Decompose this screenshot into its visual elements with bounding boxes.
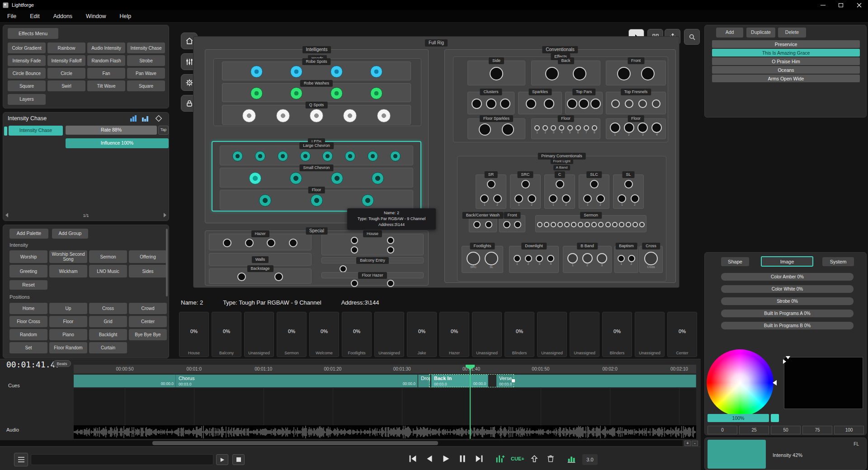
tap-button[interactable]: Tap (158, 126, 169, 135)
fixture[interactable] (370, 66, 382, 78)
slider-strobe-0-[interactable]: Strobe 0% (721, 297, 854, 305)
close-icon[interactable] (856, 2, 862, 8)
slider-built-in-programs-a-0-[interactable]: Built In Programs A 0% (721, 310, 854, 317)
position-cross[interactable]: Cross (89, 303, 127, 314)
effect-audio-intensity[interactable]: Audio Intensity (87, 42, 125, 53)
fixture[interactable] (612, 222, 618, 227)
menu-addons[interactable]: Addons (53, 13, 72, 19)
fixture[interactable] (573, 67, 586, 80)
fixture[interactable] (245, 239, 254, 247)
cue-chorus[interactable]: Chorus 00:03.0 00:00.0 (176, 375, 418, 387)
time-ruler[interactable]: 00:00:5000:01:000:01:1000:01:2000:01:300… (74, 365, 696, 374)
fader-blinders[interactable]: 0%Blinders (505, 312, 534, 357)
fixture[interactable] (638, 99, 647, 108)
tab-shape[interactable]: Shape (721, 257, 749, 266)
position-piano[interactable]: Piano (49, 329, 87, 340)
fixture[interactable] (473, 221, 481, 228)
fixture[interactable] (232, 151, 243, 161)
scale-50[interactable]: 50 (771, 426, 801, 434)
position-floor[interactable]: Floor (49, 316, 87, 327)
fixture[interactable] (537, 222, 542, 227)
fixture[interactable] (343, 109, 357, 122)
fader-unassigned[interactable]: Unassigned (537, 312, 567, 357)
fixture[interactable] (514, 221, 521, 228)
add-fader-button[interactable] (494, 452, 506, 465)
effect-circle-bounce[interactable]: Circle Bounce (8, 68, 46, 79)
fixture[interactable] (528, 194, 536, 203)
fixture[interactable] (631, 194, 639, 203)
color-picker-box[interactable] (784, 357, 863, 409)
play-button[interactable] (439, 452, 452, 465)
fixture[interactable] (556, 180, 564, 188)
effect-tilt-wave[interactable]: Tilt Wave (87, 80, 125, 91)
fader-hazer[interactable]: 0%Hazer (439, 312, 469, 357)
fixture[interactable] (526, 99, 536, 109)
position-up[interactable]: Up (49, 303, 87, 314)
fixture[interactable] (487, 180, 495, 188)
audio-waveform[interactable] (74, 425, 696, 439)
fixture[interactable] (624, 122, 634, 133)
fixture[interactable] (289, 239, 297, 247)
fixture[interactable] (559, 125, 564, 131)
fixture[interactable] (351, 246, 358, 254)
timeline-lane[interactable] (74, 388, 696, 425)
fixture[interactable] (387, 237, 394, 244)
beats-button[interactable]: Beats (53, 360, 71, 367)
zoom-tool-button[interactable] (684, 29, 700, 45)
fixture[interactable] (351, 280, 358, 287)
fixture[interactable] (485, 221, 492, 228)
cue-list-button[interactable] (14, 453, 28, 466)
tab-system[interactable]: System (822, 257, 854, 266)
slider-built-in-programs-b-0-[interactable]: Built In Programs B 0% (721, 322, 854, 329)
fixture[interactable] (624, 180, 633, 188)
fixture[interactable] (345, 151, 355, 161)
fader-center[interactable]: 0%Center (667, 312, 697, 357)
position-set[interactable]: Set (9, 342, 47, 353)
fixture[interactable] (639, 222, 645, 227)
fixture[interactable] (598, 222, 604, 227)
playlist-item-o-praise-him[interactable]: O Praise Him (712, 57, 860, 65)
effect-intensity-falloff[interactable]: Intensity Falloff (47, 55, 85, 66)
fixture[interactable] (618, 255, 625, 262)
fixture[interactable] (250, 66, 263, 78)
fixture[interactable] (583, 194, 592, 203)
position-backlight[interactable]: Backlight (89, 329, 127, 340)
playlist-item-oceans[interactable]: Oceans (712, 66, 860, 74)
fixture[interactable] (377, 109, 391, 122)
fixture[interactable] (300, 151, 311, 161)
fader-balcony[interactable]: 0%Balcony (212, 312, 241, 357)
fixture[interactable] (237, 273, 246, 281)
effect-color-gradient[interactable]: Color Gradient (8, 42, 46, 53)
fixture[interactable] (651, 122, 662, 133)
chart-icon[interactable] (130, 115, 138, 122)
skip-start-button[interactable] (406, 452, 419, 465)
fixture[interactable] (372, 172, 384, 184)
fader-unassigned[interactable]: Unassigned (472, 312, 502, 357)
color-swatch-button[interactable] (771, 414, 779, 422)
fixture[interactable] (610, 122, 620, 133)
fixture[interactable] (467, 252, 480, 265)
fixture[interactable] (290, 66, 302, 78)
fixture[interactable] (617, 67, 631, 80)
menu-help[interactable]: Help (120, 13, 132, 19)
color-wheel[interactable] (707, 349, 774, 416)
fixture[interactable] (544, 222, 549, 227)
scrollbar-thumb[interactable] (152, 441, 438, 445)
live-color-swatch[interactable] (708, 440, 766, 469)
fixture[interactable] (480, 194, 489, 203)
fixture[interactable] (278, 151, 288, 161)
fixture[interactable] (250, 87, 263, 99)
stop-small-button[interactable] (232, 454, 245, 465)
fixture[interactable] (330, 87, 343, 99)
move-up-button[interactable] (528, 452, 541, 465)
fixture[interactable] (255, 151, 265, 161)
fixture[interactable] (545, 67, 559, 80)
fixture[interactable] (351, 237, 358, 244)
cue-resize-handle[interactable] (512, 379, 515, 382)
fixture[interactable] (525, 255, 532, 262)
add-group-button[interactable]: Add Group (52, 229, 88, 239)
slider-color-white-0-[interactable]: Color White 0% (721, 285, 854, 293)
fixture[interactable] (628, 255, 635, 262)
fixture[interactable] (564, 222, 570, 227)
fixture[interactable] (562, 194, 571, 203)
